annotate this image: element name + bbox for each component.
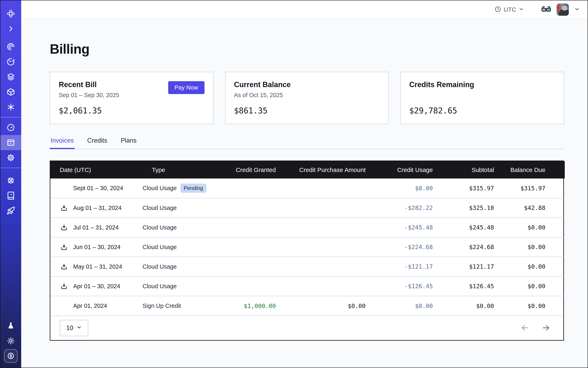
invoice-type: Cloud Usage: [143, 283, 177, 290]
invoice-row[interactable]: Apr 01, 2024 Sign Up Credit $1,000.00 $0…: [50, 296, 565, 316]
page-size-value: 10: [66, 324, 73, 332]
arrow-left-icon: [520, 323, 529, 333]
download-invoice-button[interactable]: [60, 243, 68, 251]
credits-remaining-amount: $29,782.65: [409, 106, 555, 115]
download-invoice-button[interactable]: [60, 262, 68, 271]
tab-credits[interactable]: Credits: [86, 137, 108, 149]
credit-purchase-value: [285, 257, 375, 276]
invoice-row[interactable]: Sept 01 – 30, 2024 Cloud Usage Pending $…: [50, 178, 565, 198]
next-page-button[interactable]: [541, 323, 551, 333]
current-balance-card: Current Balance As of Oct 15, 2025 $861.…: [225, 72, 389, 124]
subtotal-value: $126.45: [442, 276, 503, 296]
timer-icon: [7, 57, 15, 66]
credit-purchase-value: [285, 198, 375, 218]
sidebar-item-launch[interactable]: [0, 203, 21, 218]
subtotal-value: $121.17: [442, 257, 503, 276]
sidebar-item-billing[interactable]: [0, 135, 21, 150]
sidebar-item-helm[interactable]: [0, 173, 21, 188]
sidebar-item-labs[interactable]: [0, 318, 21, 333]
credit-purchase-value: [285, 178, 375, 198]
sidebar-logo: [0, 6, 21, 21]
chevron-right-icon: [7, 25, 15, 32]
download-invoice-button[interactable]: [60, 223, 68, 232]
tab-plans[interactable]: Plans: [120, 137, 137, 149]
billing-tabs: Invoices Credits Plans: [50, 137, 564, 149]
billing-page: Billing Recent Bill Sep 01 – Sep 30, 202…: [21, 19, 588, 368]
invoice-period: Aug 01 – 31, 2024: [73, 205, 121, 211]
current-balance-amount: $861.35: [234, 106, 380, 115]
credits-remaining-title: Credits Remaining: [409, 80, 474, 89]
credit-granted-value: [228, 178, 285, 198]
download-invoice-button[interactable]: [60, 282, 68, 291]
status-badge: Pending: [181, 184, 206, 193]
subtotal-value: $0.00: [442, 296, 503, 316]
recent-bill-card: Recent Bill Sep 01 – Sep 30, 2025 Pay No…: [50, 72, 213, 124]
credit-usage-value: -$224.68: [375, 237, 442, 257]
download-icon: [60, 243, 68, 251]
subtotal-value: $315.97: [442, 178, 503, 198]
invoice-row[interactable]: Aug 01 – 31, 2024 Cloud Usage -$282.22 $…: [50, 198, 565, 218]
chevron-down-icon[interactable]: [574, 6, 580, 13]
credits-dollar-button[interactable]: [4, 349, 18, 363]
col-credit-granted: Credit Granted: [228, 161, 285, 178]
tab-invoices[interactable]: Invoices: [50, 137, 75, 149]
sidebar-item-usage[interactable]: [0, 120, 21, 135]
sidebar-item-docs[interactable]: [0, 188, 21, 203]
sidebar-item-packages[interactable]: [0, 84, 21, 100]
credit-usage-value: -$282.22: [375, 198, 442, 218]
user-avatar[interactable]: [557, 3, 569, 16]
layers-icon: [7, 73, 15, 81]
sidebar-collapse-button[interactable]: [0, 21, 21, 36]
prev-page-button[interactable]: [520, 323, 529, 333]
col-credit-purchase: Credit Purchase Amount: [285, 161, 375, 178]
credit-granted-value: [228, 198, 285, 218]
sidebar-item-layers[interactable]: [0, 69, 21, 84]
sidebar-item-observe[interactable]: [0, 39, 21, 54]
page-title: Billing: [50, 41, 564, 57]
invoices-table: Date (UTC) Type Credit Granted Credit Pu…: [50, 161, 564, 341]
table-footer: 10: [50, 316, 563, 340]
timezone-selector[interactable]: UTC: [495, 6, 524, 13]
credit-usage-value: $0.00: [375, 296, 442, 316]
helm-wheel-icon: [7, 176, 15, 185]
invoice-row[interactable]: May 01 – 31, 2024 Cloud Usage -$121.17 $…: [50, 257, 565, 276]
sidebar-item-settings[interactable]: [0, 150, 21, 165]
chevron-down-icon: [519, 7, 524, 13]
balance-due-value: $0.00: [503, 218, 565, 237]
vision-glasses-icon[interactable]: [541, 6, 551, 13]
col-subtotal: Subtotal: [442, 161, 503, 178]
invoice-row[interactable]: Jul 01 – 31, 2024 Cloud Usage -$245.48 $…: [50, 218, 565, 237]
rocket-icon: [7, 206, 15, 215]
sidebar-item-services[interactable]: [0, 100, 21, 115]
invoice-period: Apr 01, 2024: [73, 303, 107, 309]
invoice-type: Sign Up Credit: [143, 303, 181, 309]
download-icon: [60, 263, 68, 270]
recent-bill-period: Sep 01 – Sep 30, 2025: [59, 92, 119, 99]
arrow-right-icon: [541, 323, 551, 333]
current-balance-as-of: As of Oct 15, 2025: [234, 92, 291, 99]
sidebar-item-theme[interactable]: [0, 333, 21, 349]
invoice-period: Sept 01 – 30, 2024: [73, 185, 123, 192]
download-icon: [60, 283, 68, 290]
download-invoice-button[interactable]: [60, 203, 68, 212]
sidebar-item-credits[interactable]: [0, 349, 21, 364]
current-balance-title: Current Balance: [234, 80, 291, 89]
invoice-type: Cloud Usage: [143, 185, 177, 192]
sidebar-item-timers[interactable]: [0, 54, 21, 69]
pay-now-button[interactable]: Pay Now: [168, 81, 205, 94]
credit-usage-value: -$245.48: [375, 218, 442, 237]
invoice-row[interactable]: Apr 01 – 30, 2024 Cloud Usage -$126.45 $…: [50, 276, 565, 296]
sidebar-divider: [0, 117, 21, 118]
summary-cards: Recent Bill Sep 01 – Sep 30, 2025 Pay No…: [50, 72, 564, 124]
subtotal-value: $224.68: [442, 237, 503, 257]
page-size-select[interactable]: 10: [60, 320, 88, 336]
recent-bill-amount: $2,061.35: [59, 106, 205, 115]
invoice-row[interactable]: Jun 01 – 30, 2024 Cloud Usage -$224.68 $…: [50, 237, 565, 257]
balance-due-value: $0.00: [503, 276, 565, 296]
asterisk-icon: [7, 103, 15, 111]
invoice-period: Jun 01 – 30, 2024: [73, 244, 120, 250]
credits-remaining-card: Credits Remaining $29,782.65: [400, 72, 564, 124]
subtotal-value: $325.10: [442, 198, 503, 218]
table-header: Date (UTC) Type Credit Granted Credit Pu…: [50, 161, 565, 178]
credits-dollar-icon: [7, 352, 15, 360]
